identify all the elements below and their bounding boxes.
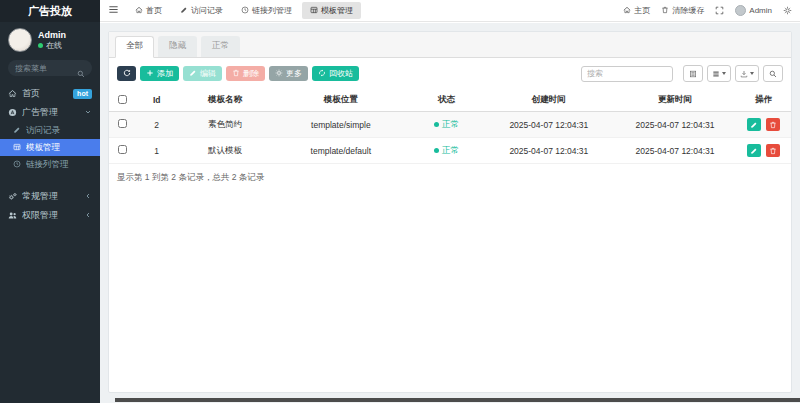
pencil-icon (750, 117, 758, 132)
topbar-right: 主页 清除缓存 Admin (623, 5, 792, 16)
download-icon (740, 66, 748, 81)
chevron-left-icon (84, 192, 92, 202)
hamburger-icon[interactable] (108, 4, 119, 17)
list-icon (689, 66, 697, 81)
trash-icon (769, 143, 777, 158)
sidebar-item-label: 广告管理 (22, 106, 79, 119)
sidebar-item-label: 首页 (22, 87, 68, 100)
chevron-down-icon (84, 108, 92, 118)
row-delete-button[interactable] (766, 144, 780, 157)
user-status-label: 在线 (46, 41, 62, 51)
sidebar-search-input[interactable] (15, 64, 74, 73)
select-all-checkbox[interactable] (118, 95, 127, 104)
tab-home[interactable]: 首页 (127, 2, 170, 19)
trash-icon (661, 6, 669, 16)
cell-template-path: template/simple (273, 112, 409, 138)
table-icon (310, 6, 318, 16)
sidebar-item-template-management[interactable]: 模板管理 (0, 139, 100, 156)
add-button[interactable]: 添加 (140, 66, 179, 81)
tab-all[interactable]: 全部 (115, 36, 154, 58)
ad-icon (8, 108, 17, 117)
tab-label: 链接列管理 (252, 5, 292, 16)
sidebar-item-label: 模板管理 (26, 142, 92, 154)
cell-id: 1 (136, 138, 177, 164)
user-name: Admin (38, 30, 66, 41)
col-status: 状态 (409, 89, 484, 112)
clock-icon (13, 160, 21, 170)
tab-normal[interactable]: 正常 (201, 36, 240, 57)
table-search-input[interactable] (581, 66, 673, 82)
col-updated: 更新时间 (614, 89, 737, 112)
advanced-search-button[interactable] (763, 65, 783, 82)
gear-icon (275, 69, 283, 79)
status-filter-tabs: 全部 隐藏 正常 (109, 32, 791, 58)
search-icon (769, 66, 777, 81)
refresh-button[interactable] (117, 66, 136, 81)
pencil-icon (750, 143, 758, 158)
row-checkbox[interactable] (118, 145, 127, 154)
sidebar-search (8, 60, 92, 76)
pencil-icon (180, 6, 188, 16)
row-edit-button[interactable] (747, 118, 761, 131)
more-label: 更多 (286, 68, 302, 79)
table-toolbar: 添加 编辑 删除 更多 回收站 (109, 58, 791, 89)
homepage-label: 主页 (634, 5, 650, 16)
sidebar-item-home[interactable]: 首页 hot (0, 84, 100, 103)
trash-icon (232, 69, 240, 79)
status-badge: 正常 (434, 119, 459, 131)
refresh-icon (123, 69, 131, 79)
online-dot-icon (38, 43, 43, 48)
row-edit-button[interactable] (747, 144, 761, 157)
sidebar-item-auth-management[interactable]: 权限管理 (0, 206, 100, 225)
caret-down-icon (722, 72, 726, 75)
home-icon (623, 6, 631, 16)
row-checkbox[interactable] (118, 119, 127, 128)
sidebar-menu: 首页 hot 广告管理 访问记录 模板管理 链接列管理 常规管理 权限管 (0, 84, 100, 225)
bottom-bar (115, 398, 800, 402)
user-menu[interactable]: Admin (735, 5, 772, 16)
toggle-view-button[interactable] (683, 65, 703, 82)
homepage-link[interactable]: 主页 (623, 5, 650, 16)
edit-button[interactable]: 编辑 (183, 66, 222, 81)
cogs-icon (8, 192, 17, 201)
add-label: 添加 (157, 68, 173, 79)
columns-dropdown-button[interactable] (707, 65, 731, 82)
more-button[interactable]: 更多 (269, 66, 308, 81)
fullscreen-icon[interactable] (715, 6, 724, 15)
recycle-icon (318, 69, 326, 79)
sidebar-item-label: 权限管理 (22, 209, 79, 222)
table-icon (13, 143, 21, 153)
col-template-name: 模板名称 (177, 89, 272, 112)
sidebar-item-ad-management[interactable]: 广告管理 (0, 103, 100, 122)
user-panel: Admin 在线 (0, 22, 100, 56)
chevron-left-icon (84, 211, 92, 221)
tab-hidden[interactable]: 隐藏 (158, 36, 197, 57)
delete-button[interactable]: 删除 (226, 66, 265, 81)
user-status: 在线 (38, 41, 66, 51)
sidebar-item-label: 常规管理 (22, 190, 79, 203)
table-row[interactable]: 2 素色简约 template/simple 正常 2025-04-07 12:… (109, 112, 791, 138)
status-dot-icon (434, 148, 439, 153)
clear-cache-link[interactable]: 清除缓存 (661, 5, 704, 16)
sidebar-item-general-management[interactable]: 常规管理 (0, 187, 100, 206)
table-row[interactable]: 1 默认模板 template/default 正常 2025-04-07 12… (109, 138, 791, 164)
pencil-icon (189, 69, 197, 79)
status-badge: 正常 (434, 145, 459, 157)
avatar (8, 28, 32, 52)
sidebar-item-label: 访问记录 (26, 125, 92, 137)
col-operations: 操作 (736, 89, 791, 112)
sidebar-item-link-column-management[interactable]: 链接列管理 (0, 156, 100, 173)
home-icon (8, 89, 17, 98)
tab-visit-records[interactable]: 访问记录 (172, 2, 231, 19)
recycle-bin-button[interactable]: 回收站 (312, 66, 359, 81)
sidebar-item-visit-records[interactable]: 访问记录 (0, 122, 100, 139)
row-delete-button[interactable] (766, 118, 780, 131)
tab-link-column-management[interactable]: 链接列管理 (233, 2, 300, 19)
gear-icon[interactable] (783, 6, 792, 15)
search-icon (77, 64, 85, 72)
home-icon (135, 6, 143, 16)
export-dropdown-button[interactable] (735, 65, 759, 82)
tab-template-management[interactable]: 模板管理 (302, 2, 361, 19)
templates-table: Id 模板名称 模板位置 状态 创建时间 更新时间 操作 2 素色简约 tem (109, 89, 791, 164)
topbar: 首页 访问记录 链接列管理 模板管理 主页 清除缓存 Admin (100, 0, 800, 22)
